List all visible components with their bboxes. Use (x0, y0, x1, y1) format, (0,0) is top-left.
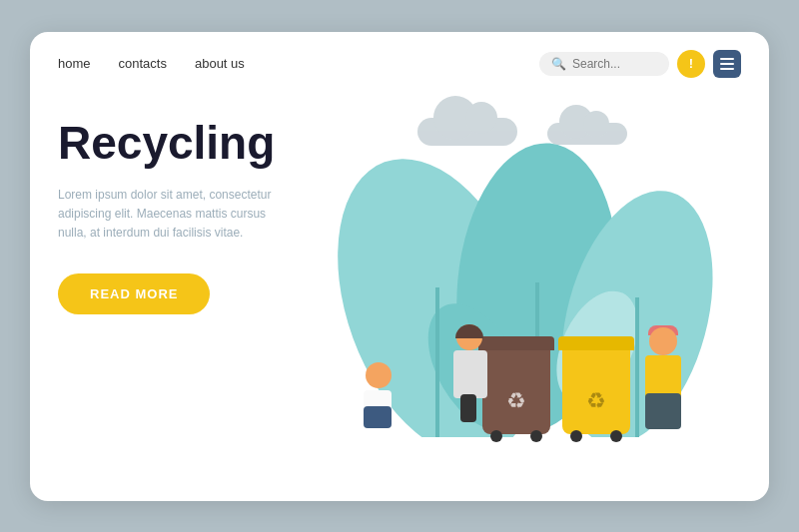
bin-brown-wheels (490, 430, 542, 442)
man-pants (645, 393, 681, 429)
person-head (366, 362, 392, 388)
notification-button[interactable]: ! (677, 50, 705, 78)
hero-section: Recycling Lorem ipsum dolor sit amet, co… (30, 78, 769, 492)
man-shirt (645, 355, 681, 399)
hero-title: Recycling (58, 118, 338, 169)
recycle-symbol-brown: ♻ (506, 388, 526, 414)
menu-line-3 (720, 68, 734, 70)
nav-links: home contacts about us (58, 56, 245, 71)
hero-illustration: ♻ ♻ (338, 108, 741, 492)
bin-yellow-lid (558, 336, 634, 350)
wheel (610, 430, 622, 442)
person-pants (364, 406, 392, 428)
person-woman (442, 324, 498, 424)
woman-hair (455, 324, 483, 338)
scene-content: ♻ ♻ (338, 193, 741, 472)
search-icon: 🔍 (551, 57, 566, 71)
search-input[interactable] (572, 57, 662, 71)
menu-button[interactable] (713, 50, 741, 78)
recycling-scene: ♻ ♻ (338, 193, 741, 472)
search-bar[interactable]: 🔍 (539, 52, 669, 76)
recycle-symbol-yellow: ♻ (586, 388, 606, 414)
wheel (570, 430, 582, 442)
hero-left: Recycling Lorem ipsum dolor sit amet, co… (58, 108, 338, 492)
bin-yellow-wheels (570, 430, 622, 442)
main-card: home contacts about us 🔍 ! Recycling Lor… (30, 32, 769, 501)
wheel (530, 430, 542, 442)
person-crouching (358, 362, 401, 432)
menu-line-2 (720, 63, 734, 65)
read-more-button[interactable]: READ MORE (58, 273, 210, 314)
navbar: home contacts about us 🔍 ! (30, 32, 769, 78)
woman-coat (453, 350, 487, 398)
nav-contacts[interactable]: contacts (119, 56, 167, 71)
man-head (649, 327, 677, 355)
nav-home[interactable]: home (58, 56, 91, 71)
person-man (637, 327, 689, 432)
recycling-bin-yellow: ♻ (562, 346, 630, 434)
nav-right: 🔍 ! (539, 50, 741, 78)
nav-about-us[interactable]: about us (195, 56, 245, 71)
hero-description: Lorem ipsum dolor sit amet, consectetur … (58, 186, 278, 244)
wheel (490, 430, 502, 442)
menu-line-1 (720, 58, 734, 60)
woman-legs (460, 394, 476, 422)
